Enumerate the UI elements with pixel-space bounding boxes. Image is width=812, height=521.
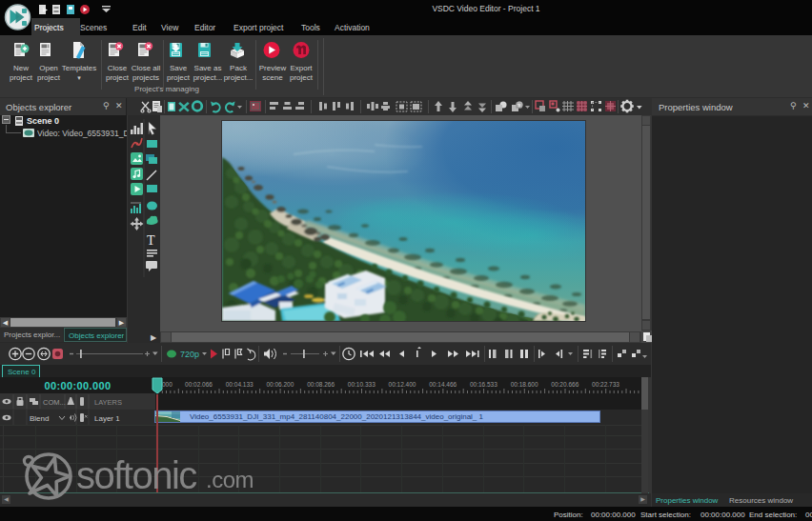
svg-text:00:04.133: 00:04.133 [226,381,254,388]
svg-text:00:12.400: 00:12.400 [389,381,416,388]
svg-text:00:02.066: 00:02.066 [185,381,213,388]
svg-text:00:10.333: 00:10.333 [348,381,376,388]
svg-text:T: T [147,233,155,248]
svg-text:00:06.200: 00:06.200 [266,381,294,388]
svg-text:Blend: Blend [30,414,49,423]
svg-text:COM...: COM... [43,398,66,407]
svg-text:00:22.733: 00:22.733 [592,381,619,388]
svg-text:00:08.266: 00:08.266 [307,381,335,388]
svg-text:00:20.666: 00:20.666 [551,381,579,388]
svg-text:00:14.466: 00:14.466 [429,381,457,388]
svg-text:Layer 1: Layer 1 [94,414,120,423]
svg-text:.com: .com [206,467,254,492]
svg-text:000: 000 [162,381,173,388]
svg-text:00:18.600: 00:18.600 [511,381,538,388]
svg-text:softonic: softonic [76,454,196,496]
svg-text:720p: 720p [180,350,199,359]
svg-text:LAYERS: LAYERS [94,398,122,407]
svg-text:00:16.533: 00:16.533 [470,381,497,388]
